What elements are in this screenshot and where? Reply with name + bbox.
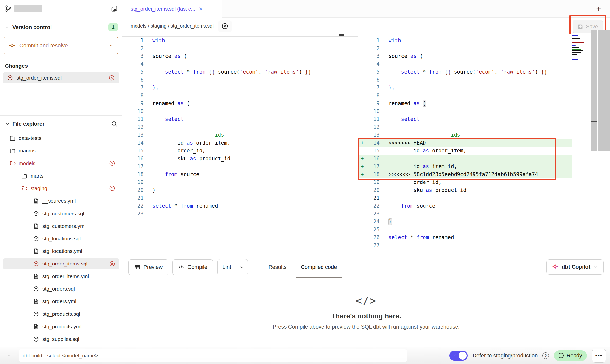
editor-right-scrollbar[interactable] [591, 30, 610, 151]
tab-close-icon[interactable]: × [199, 6, 203, 12]
code-line-23[interactable]: 23 [358, 210, 610, 218]
more-options-button[interactable]: ••• [592, 349, 606, 363]
file-row[interactable]: staging [3, 183, 119, 194]
code-line-5[interactable]: 5 select * from {{ source('ecom', 'raw_i… [358, 68, 610, 76]
code-line-8[interactable]: 8 [122, 92, 358, 99]
cube-icon [33, 235, 39, 242]
code-line-11[interactable]: 11 select [358, 115, 610, 123]
editor-pane-left[interactable]: 1with23source as (45 select * from {{ so… [122, 34, 358, 256]
code-line-1[interactable]: 1with [122, 36, 358, 44]
search-icon[interactable] [111, 120, 118, 127]
changed-file-row[interactable]: stg_order_items.sql [3, 72, 119, 83]
code-line-10[interactable]: 10 [122, 107, 358, 115]
scrollbar-thumb[interactable] [591, 121, 597, 122]
code-line-7[interactable]: 7), [122, 84, 358, 92]
file-row[interactable]: stg_orders.yml [3, 296, 119, 307]
code-line-14[interactable]: +14<<<<<<< HEAD [358, 139, 610, 147]
code-line-24[interactable]: 24) [358, 218, 610, 226]
file-row[interactable]: models [3, 158, 119, 169]
code-line-22[interactable]: 22select * from renamed [122, 202, 358, 210]
new-tab-button[interactable]: + [596, 4, 601, 13]
code-line-20[interactable]: 20) [122, 186, 358, 194]
code-line-20[interactable]: 20 sku as product_id [358, 186, 610, 194]
tab-compiled-code[interactable]: Compiled code [301, 256, 337, 278]
code-line-18[interactable]: +18>>>>>>> 58c1dd23d5eebd9cd2495fa7124ab… [358, 170, 610, 178]
file-row[interactable]: marts [3, 170, 119, 181]
discard-change-icon[interactable] [109, 160, 115, 166]
code-line-11[interactable]: 11 select [122, 115, 358, 123]
lineage-button[interactable] [218, 20, 232, 32]
help-icon[interactable]: ? [542, 352, 549, 359]
code-line-13[interactable]: 13 ---------- ids [122, 131, 358, 139]
code-line-2[interactable]: 2 [122, 44, 358, 52]
file-row[interactable]: stg_customers.yml [3, 221, 119, 232]
folder-open-icon [21, 185, 28, 192]
defer-toggle[interactable] [449, 351, 468, 361]
code-line-6[interactable]: 6 [358, 76, 610, 84]
file-row[interactable]: stg_supplies.sql [3, 334, 119, 345]
discard-change-icon[interactable] [108, 75, 115, 81]
discard-change-icon[interactable] [109, 261, 115, 267]
code-line-22[interactable]: 22 from source [358, 202, 610, 210]
version-control-header[interactable]: Version control 1 [0, 17, 122, 35]
file-row[interactable]: stg_order_items.sql [3, 258, 119, 269]
editor-left-scroll-thumb[interactable] [339, 34, 344, 36]
code-line-4[interactable]: 4 [122, 60, 358, 68]
commit-and-resolve-button[interactable]: Commit and resolve [4, 37, 118, 54]
code-line-10[interactable]: 10 [358, 107, 610, 115]
compile-button[interactable]: Compile [172, 259, 213, 275]
file-row[interactable]: stg_products.sql [3, 309, 119, 319]
code-line-14[interactable]: 14 id as order_item, [122, 139, 358, 147]
lint-button[interactable]: Lint [218, 259, 236, 275]
tab-stg-order-items[interactable]: stg_order_items.sql (last c... × [122, 0, 222, 18]
preview-button[interactable]: Preview [128, 259, 168, 275]
copy-branch-icon[interactable] [110, 5, 118, 12]
code-line-6[interactable]: 6 [122, 76, 358, 84]
code-line-13[interactable]: 13 ---------- ids [358, 131, 610, 139]
file-row[interactable]: macros [3, 145, 119, 156]
code-line-23[interactable]: 23 [122, 210, 358, 218]
file-row[interactable]: stg_customers.sql [3, 208, 119, 219]
code-line-9[interactable]: 9renamed as ( [358, 99, 610, 107]
chevron-up-icon[interactable] [7, 353, 12, 358]
code-line-25[interactable]: 25 [358, 226, 610, 233]
file-row[interactable]: __sources.yml [3, 196, 119, 206]
editor-pane-right[interactable]: 1with23source as (45 select * from {{ so… [358, 34, 610, 256]
branch-name-placeholder[interactable] [14, 5, 42, 12]
code-line-8[interactable]: 8 [358, 92, 610, 99]
commit-dropdown-button[interactable] [104, 37, 118, 54]
code-line-12[interactable]: 12 [122, 123, 358, 131]
code-line-27[interactable]: 27 [358, 241, 610, 249]
code-line-19[interactable]: 19 order_id, [358, 178, 610, 186]
command-input[interactable]: dbt build --select <model_name> [19, 349, 407, 362]
code-line-18[interactable]: 18 from source [122, 170, 358, 178]
code-line-15[interactable]: 15 order_id, [122, 147, 358, 155]
code-line-16[interactable]: 16 sku as product_id [122, 155, 358, 163]
code-line-15[interactable]: 15 id as order_item, [358, 147, 610, 155]
code-line-21[interactable]: 21 [122, 194, 358, 202]
dbt-copilot-button[interactable]: dbt Copilot [546, 259, 604, 275]
code-line-26[interactable]: 26select * from renamed [358, 233, 610, 241]
code-line-17[interactable]: +17 id as item_id, [358, 163, 610, 170]
code-line-21[interactable]: 21 [358, 194, 610, 202]
code-line-7[interactable]: 7), [358, 84, 610, 92]
code-line-12[interactable]: 12 [358, 123, 610, 131]
minimap[interactable] [572, 35, 590, 63]
file-row[interactable]: data-tests [3, 133, 119, 144]
code-line-5[interactable]: 5 select * from {{ source('ecom', 'raw_i… [122, 68, 358, 76]
lint-dropdown-button[interactable] [236, 259, 248, 275]
file-row[interactable]: stg_order_items.yml [3, 271, 119, 282]
code-line-17[interactable]: 17 [122, 163, 358, 170]
code-line-3[interactable]: 3source as ( [122, 52, 358, 60]
code-line-9[interactable]: 9renamed as ( [122, 99, 358, 107]
file-row[interactable]: stg_products.yml [3, 321, 119, 332]
file-row[interactable]: stg_locations.yml [3, 246, 119, 257]
code-line-16[interactable]: +16======= [358, 155, 610, 163]
discard-change-icon[interactable] [109, 185, 115, 192]
file-row[interactable]: stg_locations.sql [3, 233, 119, 244]
code-line-19[interactable]: 19 [122, 178, 358, 186]
command-text: dbt build --select <model_name> [23, 353, 98, 359]
file-row[interactable]: stg_orders.sql [3, 283, 119, 294]
tab-results[interactable]: Results [268, 256, 286, 278]
file-explorer-header[interactable]: File explorer [0, 116, 122, 131]
